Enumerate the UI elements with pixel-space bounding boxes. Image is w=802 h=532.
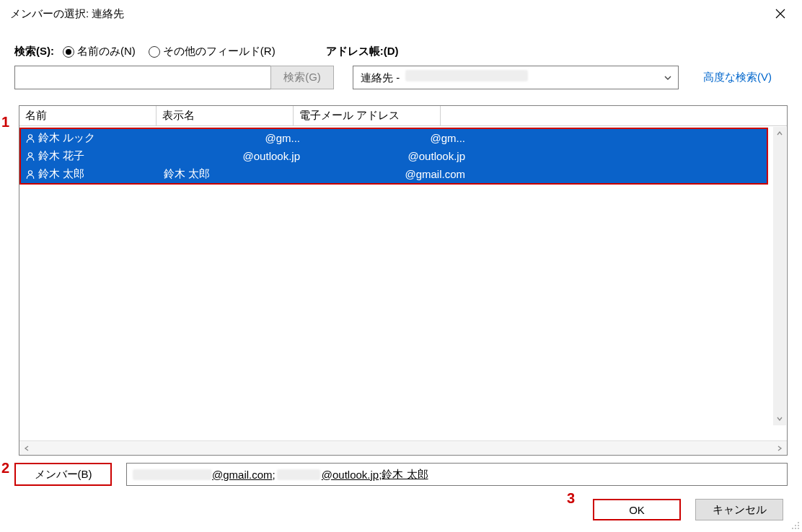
- resize-grip-icon[interactable]: [791, 521, 800, 530]
- col-display[interactable]: 表示名: [157, 106, 294, 125]
- window-title: メンバーの選択: 連絡先: [10, 7, 124, 21]
- row-display: @outlook.jp: [243, 150, 300, 162]
- row-email: @outlook.jp: [408, 150, 465, 162]
- col-spacer: [441, 106, 787, 125]
- radio-other-fields[interactable]: その他のフィールド(R): [149, 45, 276, 58]
- svg-point-0: [28, 134, 32, 138]
- search-label: 検索(S):: [14, 45, 54, 58]
- separator: ;: [273, 469, 276, 481]
- scroll-up-icon[interactable]: [773, 127, 786, 140]
- radio-name-only[interactable]: 名前のみ(N): [63, 45, 136, 58]
- row-email: @gmail.com: [405, 168, 465, 180]
- scroll-down-icon[interactable]: [773, 412, 786, 425]
- scroll-right-icon[interactable]: [772, 441, 787, 456]
- cancel-button[interactable]: キャンセル: [695, 499, 783, 520]
- chevron-down-icon: [664, 74, 672, 82]
- row-name: 鈴木 太郎: [38, 167, 84, 181]
- table-row[interactable]: 鈴木 花子 @outlook.jp @outlook.jp: [21, 147, 767, 165]
- member-entry: 鈴木 太郎: [382, 468, 428, 482]
- search-input[interactable]: [14, 66, 271, 89]
- row-name: 鈴木 花子: [38, 149, 84, 163]
- member-entry: @gmail.com: [212, 469, 273, 481]
- svg-point-5: [798, 525, 799, 526]
- member-entry: @outlook.jp: [322, 469, 379, 481]
- table-header: 名前 表示名 電子メール アドレス: [19, 106, 787, 126]
- addressbook-prefix: 連絡先 -: [361, 71, 402, 84]
- addressbook-select[interactable]: 連絡先 -: [353, 66, 679, 89]
- addressbook-value-redacted: [405, 70, 528, 81]
- col-name[interactable]: 名前: [19, 106, 157, 125]
- person-icon: [25, 151, 35, 161]
- redacted: [133, 469, 212, 480]
- person-icon: [25, 133, 35, 143]
- horizontal-scrollbar[interactable]: [19, 440, 787, 455]
- row-display: @gm...: [265, 132, 300, 144]
- person-icon: [25, 169, 35, 179]
- row-name: 鈴木 ルック: [38, 131, 95, 145]
- table-row[interactable]: 鈴木 太郎 鈴木 太郎 @gmail.com: [21, 165, 767, 183]
- annotation-2: 2: [1, 460, 9, 476]
- scroll-left-icon[interactable]: [19, 441, 34, 456]
- svg-point-8: [798, 528, 799, 529]
- ok-button[interactable]: OK: [593, 499, 681, 520]
- redacted: [277, 469, 320, 480]
- radio-other-label: その他のフィールド(R): [163, 45, 276, 58]
- radio-name-label: 名前のみ(N): [77, 45, 136, 58]
- search-button[interactable]: 検索(G): [270, 66, 334, 89]
- contacts-table: 名前 表示名 電子メール アドレス 鈴木 ルック @gm... @gm... 鈴…: [19, 105, 788, 456]
- vertical-scrollbar[interactable]: [773, 127, 786, 425]
- svg-point-1: [28, 152, 32, 156]
- radio-icon: [63, 46, 74, 58]
- members-field[interactable]: @gmail.com ; @outlook.jp ; 鈴木 太郎: [126, 463, 788, 486]
- addressbook-label: アドレス帳:(D): [326, 45, 399, 58]
- annotation-3: 3: [567, 490, 575, 507]
- close-button[interactable]: [766, 3, 795, 25]
- row-email: @gm...: [430, 132, 465, 144]
- annotation-1: 1: [1, 114, 9, 130]
- radio-icon: [149, 46, 160, 58]
- svg-point-4: [795, 525, 796, 526]
- selected-rows-highlight: 鈴木 ルック @gm... @gm... 鈴木 花子 @outlook.jp @…: [19, 128, 768, 185]
- svg-point-7: [795, 528, 796, 529]
- svg-point-3: [798, 522, 799, 523]
- table-row[interactable]: 鈴木 ルック @gm... @gm...: [21, 129, 767, 147]
- advanced-search-link[interactable]: 高度な検索(V): [703, 66, 772, 89]
- member-button[interactable]: メンバー(B): [14, 463, 112, 486]
- svg-point-2: [28, 170, 32, 174]
- row-display: 鈴木 太郎: [164, 167, 210, 181]
- close-icon: [775, 9, 785, 19]
- col-email[interactable]: 電子メール アドレス: [294, 106, 441, 125]
- svg-point-6: [792, 528, 793, 529]
